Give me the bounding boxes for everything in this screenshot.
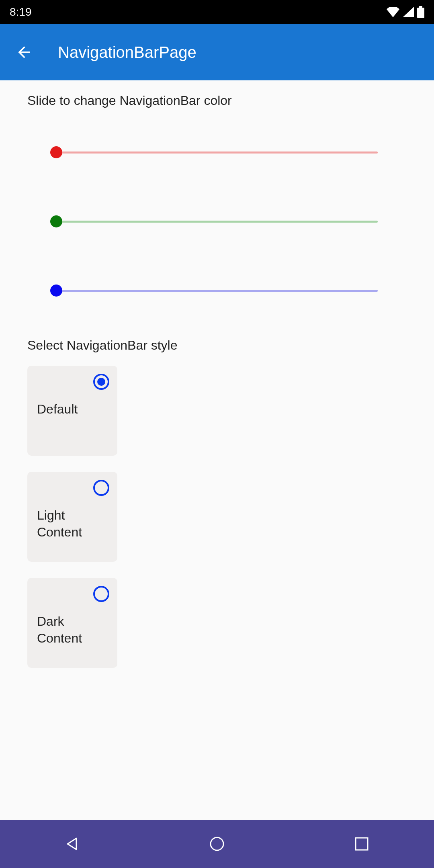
- square-recent-icon: [354, 837, 369, 851]
- status-icons: [387, 6, 424, 18]
- back-button[interactable]: [10, 38, 39, 67]
- arrow-left-icon: [15, 43, 33, 61]
- radio-option-default[interactable]: Default: [27, 366, 117, 456]
- svg-point-2: [211, 837, 223, 850]
- nav-back-button[interactable]: [32, 828, 113, 860]
- slider-green[interactable]: [27, 187, 407, 256]
- style-section: Select NavigationBar style Default Light…: [27, 338, 407, 668]
- radio-option-dark[interactable]: Dark Content: [27, 578, 117, 668]
- svg-rect-3: [356, 838, 368, 850]
- radio-option-light[interactable]: Light Content: [27, 472, 117, 562]
- radio-dot-icon: [97, 378, 105, 386]
- nav-recent-button[interactable]: [321, 828, 402, 860]
- system-nav-bar: [0, 820, 434, 868]
- slider-group: [27, 118, 407, 325]
- content: Slide to change NavigationBar color Sele…: [0, 80, 434, 668]
- radio-indicator: [93, 374, 109, 390]
- circle-home-icon: [209, 836, 225, 852]
- status-time: 8:19: [10, 6, 32, 18]
- slider-red-thumb[interactable]: [50, 146, 62, 158]
- wifi-icon: [387, 7, 399, 17]
- radio-label: Default: [37, 401, 108, 418]
- page-title: NavigationBarPage: [58, 43, 197, 61]
- slider-red[interactable]: [27, 118, 407, 187]
- battery-icon: [417, 6, 424, 18]
- slider-blue-thumb[interactable]: [50, 285, 62, 297]
- slider-blue[interactable]: [27, 256, 407, 325]
- slider-green-thumb[interactable]: [50, 215, 62, 227]
- slider-blue-track: [56, 290, 378, 292]
- radio-indicator: [93, 586, 109, 602]
- svg-rect-0: [417, 8, 424, 18]
- nav-home-button[interactable]: [177, 828, 257, 860]
- slider-heading: Slide to change NavigationBar color: [27, 93, 407, 108]
- slider-green-track: [56, 221, 378, 223]
- svg-rect-1: [419, 6, 422, 8]
- signal-icon: [403, 7, 414, 17]
- app-bar: NavigationBarPage: [0, 24, 434, 80]
- style-heading: Select NavigationBar style: [27, 338, 407, 353]
- radio-indicator: [93, 480, 109, 496]
- status-bar: 8:19: [0, 0, 434, 24]
- triangle-back-icon: [64, 836, 80, 852]
- radio-label: Light Content: [37, 507, 108, 540]
- radio-label: Dark Content: [37, 613, 108, 647]
- slider-red-track: [56, 151, 378, 154]
